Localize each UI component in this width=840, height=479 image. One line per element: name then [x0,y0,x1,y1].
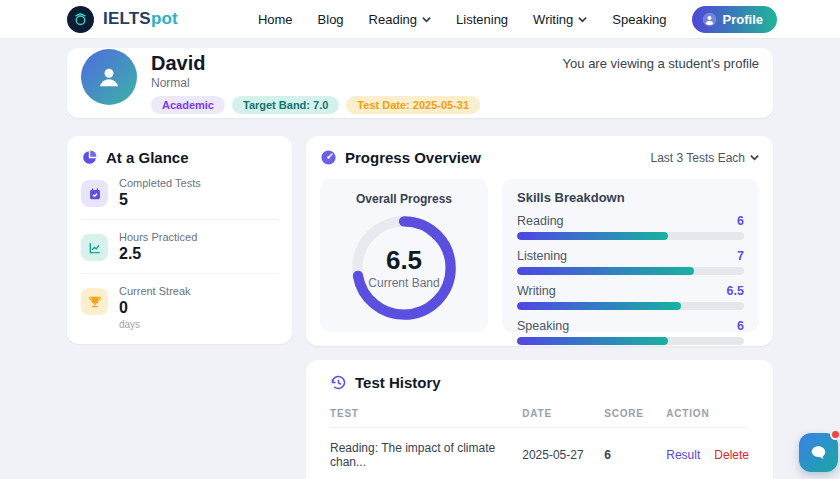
test-history-table: TEST DATE SCORE ACTION Reading: The impa… [330,399,749,479]
tests-filter-dropdown[interactable]: Last 3 Tests Each [651,151,760,165]
brand-name: IELTSpot [103,9,178,29]
user-icon [94,62,124,92]
nav-links: Home Blog Reading Listening Writing Spea… [258,6,777,33]
main-content: David Normal Academic Target Band: 7.0 T… [67,48,773,479]
stat-current-streak: Current Streak 0 days [81,274,278,340]
nav-item-blog[interactable]: Blog [318,12,344,27]
nav-item-speaking[interactable]: Speaking [612,12,666,27]
history-icon [330,374,347,391]
skill-bar-fill [517,267,694,275]
stat-value: 2.5 [119,245,197,263]
stat-text: Current Streak 0 days [119,285,191,330]
test-history-header: Test History [330,374,749,391]
skill-writing: Writing 6.5 [517,284,744,310]
skill-bar-fill [517,302,681,310]
progress-overview-title: Progress Overview [345,149,481,166]
chevron-down-icon [750,153,759,162]
column-header-date: DATE [522,399,604,428]
nav-item-home[interactable]: Home [258,12,293,27]
skill-bar-track [517,337,744,345]
stat-text: Hours Practiced 2.5 [119,231,197,263]
stat-unit: days [119,319,191,330]
chevron-down-icon [422,15,431,24]
brand-name-dark: IELTS [103,9,151,28]
skill-value: 6.5 [727,284,744,298]
pie-chart-icon [81,149,98,166]
stat-value: 5 [119,191,201,209]
skill-speaking: Speaking 6 [517,319,744,345]
current-band-caption: Current Band [368,276,439,290]
skill-reading: Reading 6 [517,214,744,240]
test-date: 2025-05-27 [522,428,604,479]
nav-item-writing[interactable]: Writing [533,12,587,27]
skill-value: 6 [737,214,744,228]
nav-item-reading-label: Reading [369,12,417,27]
skill-bar-track [517,232,744,240]
badge-academic: Academic [151,96,225,114]
test-history-title: Test History [355,374,441,391]
table-row: Reading: The impact of climate chan... 2… [330,428,749,479]
calendar-check-icon [81,180,108,207]
delete-link[interactable]: Delete [714,448,749,462]
skills-breakdown-title: Skills Breakdown [517,190,744,205]
stat-completed-tests: Completed Tests 5 [81,166,278,220]
chevron-down-icon [578,15,587,24]
skill-bar-fill [517,232,668,240]
notification-dot [830,429,840,440]
column-header-action: ACTION [666,399,749,428]
profile-info: David Normal Academic Target Band: 7.0 T… [151,48,480,118]
skill-bar-fill [517,337,668,345]
stat-value: 0 [119,299,191,317]
at-a-glance-title: At a Glance [106,149,189,166]
overall-progress-panel: Overall Progress 6.5 Current Band [320,179,488,332]
tests-filter-label: Last 3 Tests Each [651,151,746,165]
stat-label: Completed Tests [119,177,201,189]
result-link[interactable]: Result [666,448,700,462]
at-a-glance-header: At a Glance [81,149,278,166]
progress-overview-header: Progress Overview [320,149,481,166]
profile-button-label: Profile [723,12,763,27]
column-header-score: SCORE [604,399,666,428]
skill-label: Listening [517,249,567,263]
skill-bar-track [517,267,744,275]
user-icon [702,12,717,27]
donut-title: Overall Progress [356,192,452,206]
stat-text: Completed Tests 5 [119,177,201,209]
column-header-test: TEST [330,399,522,428]
overall-progress-donut: 6.5 Current Band [348,212,460,324]
stat-hours-practiced: Hours Practiced 2.5 [81,220,278,274]
student-name: David [151,52,480,75]
skill-value: 7 [737,249,744,263]
student-profile-card: David Normal Academic Target Band: 7.0 T… [67,48,773,118]
gauge-icon [320,149,337,166]
skills-breakdown-panel: Skills Breakdown Reading 6 Listening 7 [502,179,759,332]
profile-button[interactable]: Profile [692,6,777,33]
skill-value: 6 [737,319,744,333]
stat-label: Current Streak [119,285,191,297]
trend-chart-icon [81,234,108,261]
brand-logo[interactable]: IELTSpot [67,6,178,33]
skill-listening: Listening 7 [517,249,744,275]
navbar: IELTSpot Home Blog Reading Listening Wri… [0,0,840,39]
stat-label: Hours Practiced [119,231,197,243]
badge-test-date: Test Date: 2025-05-31 [346,96,480,114]
brand-logo-icon [67,6,94,33]
skill-label: Reading [517,214,564,228]
badge-target-band: Target Band: 7.0 [232,96,339,114]
skill-label: Writing [517,284,556,298]
avatar [81,49,137,105]
progress-overview-card: Progress Overview Last 3 Tests Each Over… [306,136,773,346]
trophy-icon [81,288,108,315]
profile-badges: Academic Target Band: 7.0 Test Date: 202… [151,96,480,114]
nav-item-reading[interactable]: Reading [369,12,431,27]
chat-bubble-icon [809,443,828,462]
nav-item-listening[interactable]: Listening [456,12,508,27]
chat-widget-button[interactable] [799,433,838,472]
skill-label: Speaking [517,319,569,333]
viewer-note: You are viewing a student's profile [563,56,759,71]
test-history-card: Test History TEST DATE SCORE ACTION Read… [306,360,773,479]
student-subtitle: Normal [151,76,480,90]
test-score: 6 [604,428,666,479]
test-name: Reading: The impact of climate chan... [330,428,522,479]
current-band-value: 6.5 [386,247,422,273]
